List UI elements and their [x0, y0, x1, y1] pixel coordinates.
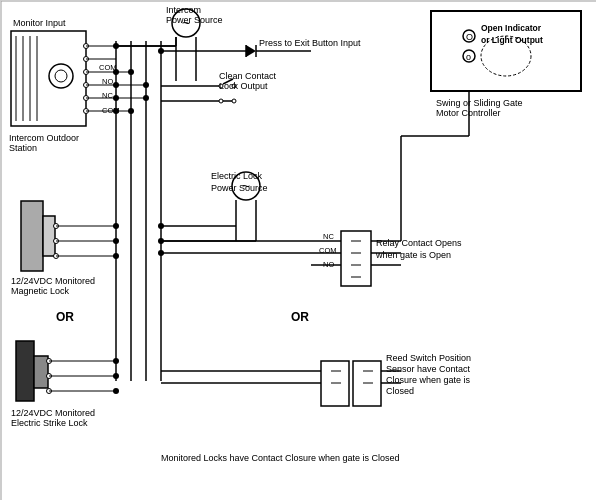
svg-text:Intercom Outdoor: Intercom Outdoor — [9, 133, 79, 143]
svg-text:Lock Output: Lock Output — [219, 81, 268, 91]
svg-text:Power Source: Power Source — [166, 15, 223, 25]
svg-rect-81 — [34, 356, 48, 388]
svg-point-89 — [113, 373, 119, 379]
svg-text:or Light Output: or Light Output — [481, 35, 543, 45]
svg-text:Open Indicator: Open Indicator — [481, 23, 542, 33]
svg-point-88 — [113, 358, 119, 364]
svg-point-46 — [128, 108, 134, 114]
svg-point-148 — [113, 95, 119, 101]
svg-text:Press to Exit Button Input: Press to Exit Button Input — [259, 38, 361, 48]
svg-rect-80 — [16, 341, 34, 401]
svg-text:when gate is Open: when gate is Open — [375, 250, 451, 260]
svg-text:Station: Station — [9, 143, 37, 153]
svg-text:o: o — [466, 52, 471, 62]
svg-text:Electric Lock: Electric Lock — [211, 171, 263, 181]
svg-text:NC: NC — [102, 91, 113, 100]
svg-point-45 — [143, 95, 149, 101]
svg-text:Intercom: Intercom — [166, 5, 201, 15]
svg-text:Monitor Input: Monitor Input — [13, 18, 66, 28]
svg-point-147 — [113, 82, 119, 88]
svg-point-72 — [113, 223, 119, 229]
svg-text:Power Source: Power Source — [211, 183, 268, 193]
svg-text:Clean Contact: Clean Contact — [219, 71, 277, 81]
svg-point-73 — [113, 238, 119, 244]
svg-text:NO: NO — [323, 260, 334, 269]
svg-text:Swing or Sliding Gate: Swing or Sliding Gate — [436, 98, 523, 108]
svg-text:12/24VDC Monitored: 12/24VDC Monitored — [11, 276, 95, 286]
svg-text:OR: OR — [291, 310, 309, 324]
svg-text:Magnetic Lock: Magnetic Lock — [11, 286, 70, 296]
svg-point-74 — [113, 253, 119, 259]
svg-point-151 — [113, 43, 119, 49]
wiring-diagram: Monitor Input Intercom Outdoor Station ~… — [0, 0, 596, 500]
svg-text:Closure when gate is: Closure when gate is — [386, 375, 471, 385]
svg-point-90 — [113, 388, 119, 394]
svg-text:Relay Contact Opens: Relay Contact Opens — [376, 238, 462, 248]
svg-text:OR: OR — [56, 310, 74, 324]
svg-rect-65 — [43, 216, 55, 256]
svg-point-44 — [143, 82, 149, 88]
svg-text:Electric Strike Lock: Electric Strike Lock — [11, 418, 88, 428]
svg-point-111 — [158, 250, 164, 256]
svg-text:NO: NO — [102, 77, 113, 86]
svg-rect-64 — [21, 201, 43, 271]
svg-point-7 — [55, 70, 67, 82]
svg-text:COM: COM — [319, 246, 337, 255]
svg-point-55 — [232, 99, 236, 103]
svg-text:12/24VDC Monitored: 12/24VDC Monitored — [11, 408, 95, 418]
svg-text:Sensor have Contact: Sensor have Contact — [386, 364, 471, 374]
svg-text:O: O — [466, 32, 473, 42]
svg-point-146 — [113, 69, 119, 75]
svg-point-149 — [113, 108, 119, 114]
svg-text:NC: NC — [323, 232, 334, 241]
svg-point-54 — [219, 99, 223, 103]
svg-text:Monitored Locks have Contact C: Monitored Locks have Contact Closure whe… — [161, 453, 400, 463]
svg-text:Reed Switch Position: Reed Switch Position — [386, 353, 471, 363]
svg-text:Closed: Closed — [386, 386, 414, 396]
svg-rect-93 — [341, 231, 371, 286]
svg-point-43 — [128, 69, 134, 75]
